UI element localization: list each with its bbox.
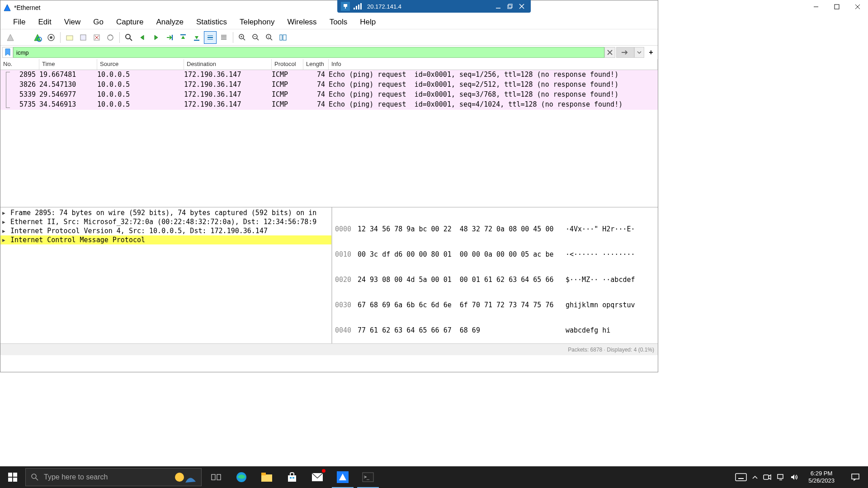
filter-apply-button[interactable] <box>616 47 634 58</box>
colorize-button[interactable] <box>217 31 230 44</box>
go-back-button[interactable] <box>136 31 149 44</box>
packet-list[interactable]: 2895 19.667481 10.0.0.5 172.190.36.147 I… <box>0 70 658 207</box>
stop-capture-button[interactable] <box>18 31 30 44</box>
store-app[interactable] <box>279 466 305 488</box>
explorer-app[interactable] <box>254 466 279 488</box>
menu-view[interactable]: View <box>58 16 87 28</box>
filter-history-button[interactable] <box>634 47 644 58</box>
detail-row-selected[interactable]: ▶Internet Control Message Protocol <box>0 235 331 244</box>
byte-row[interactable]: 001000 3c df d6 00 00 80 01 00 00 0a 00 … <box>335 250 655 259</box>
pin-icon[interactable] <box>341 2 350 11</box>
capture-options-button[interactable] <box>45 31 57 44</box>
resize-columns-button[interactable] <box>277 31 289 44</box>
expand-icon[interactable]: ▶ <box>2 210 10 216</box>
start-capture-button[interactable] <box>4 31 17 44</box>
toolbar-sep <box>60 32 61 43</box>
detail-row[interactable]: ▶Ethernet II, Src: Microsof_32:72:0a (00… <box>0 217 331 226</box>
open-file-button[interactable] <box>63 31 76 44</box>
host-close[interactable] <box>847 0 868 14</box>
cortana-decoration <box>174 469 201 485</box>
menu-file[interactable]: File <box>7 16 32 28</box>
zoom-reset-button[interactable]: 1 <box>263 31 276 44</box>
rdp-close[interactable] <box>516 1 527 12</box>
col-header-protocol[interactable]: Protocol <box>272 59 303 70</box>
edge-app[interactable] <box>229 466 254 488</box>
close-file-button[interactable] <box>90 31 103 44</box>
svg-rect-63 <box>290 477 292 479</box>
goto-last-button[interactable] <box>190 31 203 44</box>
notifications-button[interactable] <box>844 466 866 488</box>
rdp-minimize[interactable] <box>493 1 504 12</box>
go-forward-button[interactable] <box>150 31 162 44</box>
expand-icon[interactable]: ▶ <box>2 237 10 243</box>
svg-rect-2 <box>354 8 355 9</box>
zoom-out-button[interactable] <box>250 31 262 44</box>
host-maximize[interactable] <box>826 0 847 14</box>
system-tray: 6:29 PM 5/26/2023 <box>735 466 868 488</box>
svg-rect-8 <box>509 4 512 8</box>
expand-icon[interactable]: ▶ <box>2 228 10 234</box>
col-header-length[interactable]: Length <box>303 59 329 70</box>
mail-app[interactable] <box>305 466 330 488</box>
start-button[interactable] <box>0 466 25 488</box>
byte-row[interactable]: 000012 34 56 78 9a bc 00 22 48 32 72 0a … <box>335 225 655 234</box>
rdp-ip: 20.172.141.4 <box>367 3 401 10</box>
byte-row[interactable]: 003067 68 69 6a 6b 6c 6d 6e 6f 70 71 72 … <box>335 300 655 310</box>
zoom-in-button[interactable] <box>236 31 249 44</box>
keyboard-icon[interactable] <box>735 473 747 481</box>
goto-packet-button[interactable] <box>163 31 176 44</box>
wireshark-app[interactable] <box>330 466 355 488</box>
display-filter-input[interactable] <box>13 47 604 58</box>
taskview-button[interactable] <box>203 466 229 488</box>
svg-point-23 <box>108 35 113 40</box>
tray-chevron-icon[interactable] <box>752 475 758 479</box>
packet-bytes-pane[interactable]: 000012 34 56 78 9a bc 00 22 48 32 72 0a … <box>332 207 658 343</box>
filter-add-button[interactable]: + <box>646 47 656 58</box>
save-file-button[interactable] <box>77 31 90 44</box>
detail-row[interactable]: ▶Frame 2895: 74 bytes on wire (592 bits)… <box>0 208 331 217</box>
packet-row[interactable]: 2895 19.667481 10.0.0.5 172.190.36.147 I… <box>0 70 658 80</box>
menu-statistics[interactable]: Statistics <box>190 16 233 28</box>
network-icon[interactable] <box>777 474 785 481</box>
packet-row[interactable]: 5735 34.546913 10.0.0.5 172.190.36.147 I… <box>0 100 658 110</box>
rdp-restore[interactable] <box>505 1 515 12</box>
menu-help[interactable]: Help <box>354 16 382 28</box>
packet-details-pane[interactable]: ▶Frame 2895: 74 bytes on wire (592 bits)… <box>0 207 332 343</box>
find-packet-button[interactable] <box>123 31 135 44</box>
autoscroll-button[interactable] <box>204 31 217 44</box>
expand-icon[interactable]: ▶ <box>2 219 10 225</box>
restart-capture-button[interactable] <box>31 31 44 44</box>
menu-tools[interactable]: Tools <box>323 16 354 28</box>
taskbar-clock[interactable]: 6:29 PM 5/26/2023 <box>804 470 839 484</box>
packet-row[interactable]: 5339 29.546977 10.0.0.5 172.190.36.147 I… <box>0 90 658 100</box>
col-header-info[interactable]: Info <box>329 59 658 70</box>
meet-now-icon[interactable] <box>763 474 771 480</box>
goto-first-button[interactable] <box>177 31 189 44</box>
svg-rect-5 <box>360 3 362 9</box>
detail-row[interactable]: ▶Internet Protocol Version 4, Src: 10.0.… <box>0 226 331 235</box>
terminal-app[interactable]: >_ <box>355 466 381 488</box>
byte-row[interactable]: 004077 61 62 63 64 65 66 67 68 69wabcdef… <box>335 326 655 335</box>
menu-capture[interactable]: Capture <box>110 16 150 28</box>
taskbar-search[interactable]: Type here to search <box>25 468 202 486</box>
host-minimize[interactable] <box>806 0 826 14</box>
menu-analyze[interactable]: Analyze <box>150 16 189 28</box>
volume-icon[interactable] <box>790 474 798 481</box>
filter-bookmark-button[interactable] <box>2 47 13 58</box>
display-filter-bar: + <box>0 46 658 59</box>
reload-file-button[interactable] <box>104 31 117 44</box>
titlebar[interactable]: *Ethernet <box>0 0 658 15</box>
menu-wireless[interactable]: Wireless <box>281 16 323 28</box>
col-header-no[interactable]: No. <box>0 59 39 70</box>
col-header-destination[interactable]: Destination <box>184 59 272 70</box>
col-header-time[interactable]: Time <box>39 59 97 70</box>
menu-go[interactable]: Go <box>87 16 110 28</box>
filter-clear-button[interactable] <box>604 47 615 58</box>
col-header-source[interactable]: Source <box>97 59 184 70</box>
byte-row[interactable]: 002024 93 08 00 4d 5a 00 01 00 01 61 62 … <box>335 275 655 284</box>
menu-edit[interactable]: Edit <box>32 16 57 28</box>
wireshark-icon <box>3 4 11 12</box>
menu-telephony[interactable]: Telephony <box>233 16 281 28</box>
packet-row[interactable]: 3826 24.547130 10.0.0.5 172.190.36.147 I… <box>0 80 658 90</box>
windows-taskbar: Type here to search >_ 6:29 PM 5/26/2023 <box>0 466 868 488</box>
